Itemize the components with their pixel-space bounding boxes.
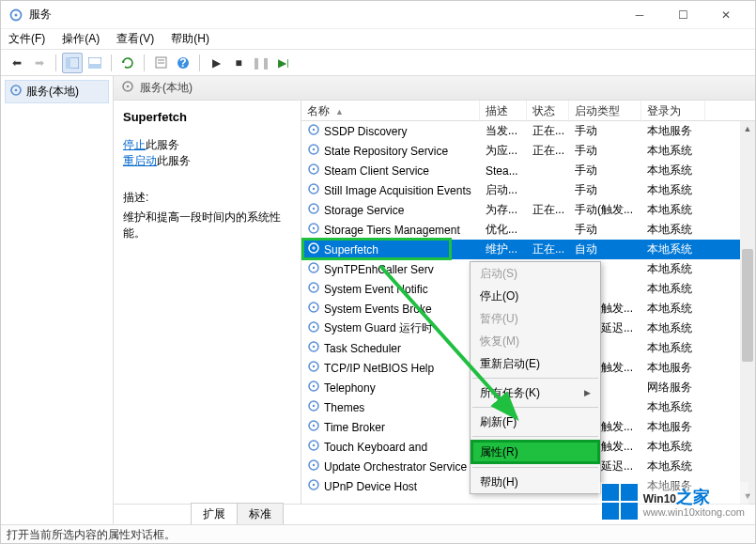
menu-help[interactable]: 帮助(H) bbox=[169, 29, 211, 49]
menu-action[interactable]: 操作(A) bbox=[60, 29, 101, 49]
cell-start: 手动 bbox=[569, 123, 641, 139]
export-button[interactable] bbox=[85, 53, 105, 73]
cell-name: System Event Notific bbox=[324, 283, 428, 296]
cell-name: Storage Tiers Management bbox=[324, 224, 460, 237]
svg-point-1 bbox=[15, 13, 18, 16]
column-login[interactable]: 登录为 bbox=[641, 101, 705, 122]
detail-pane: Superfetch 停止此服务 重启动此服务 描述: 维护和提高一段时间内的系… bbox=[114, 101, 301, 504]
cell-name: Time Broker bbox=[324, 421, 385, 434]
service-row[interactable]: Still Image Acquisition Events启动...手动本地系… bbox=[301, 180, 755, 200]
cell-name: UPnP Device Host bbox=[324, 480, 417, 493]
cell-start: 手动 bbox=[569, 222, 641, 238]
help-button[interactable]: ? bbox=[173, 53, 193, 73]
cell-desc: 为存... bbox=[480, 202, 527, 218]
tree-pane: 服务(本地) bbox=[1, 76, 114, 524]
cell-name: System Guard 运行时 bbox=[324, 320, 433, 336]
separator bbox=[55, 54, 56, 71]
cell-login: 本地服务 bbox=[641, 123, 705, 139]
cell-name: Telephony bbox=[324, 381, 376, 395]
context-item: 恢复(M) bbox=[471, 330, 600, 352]
gear-icon bbox=[307, 163, 320, 179]
maximize-button[interactable]: ☐ bbox=[669, 5, 697, 25]
svg-point-20 bbox=[313, 168, 315, 170]
properties-button[interactable] bbox=[150, 53, 171, 73]
cell-desc: 为应... bbox=[480, 143, 527, 159]
svg-point-36 bbox=[313, 326, 315, 328]
gear-icon bbox=[307, 419, 320, 435]
refresh-button[interactable] bbox=[117, 53, 138, 73]
cell-desc: Stea... bbox=[480, 164, 527, 178]
context-separator bbox=[472, 378, 598, 379]
svg-point-16 bbox=[313, 129, 315, 131]
minimize-button[interactable]: ─ bbox=[625, 5, 654, 25]
cell-name: Touch Keyboard and bbox=[324, 441, 427, 454]
svg-point-52 bbox=[313, 484, 315, 486]
cell-login: 本地系统 bbox=[641, 182, 705, 198]
context-item[interactable]: 帮助(H) bbox=[471, 471, 600, 493]
cell-login: 本地系统 bbox=[641, 399, 705, 415]
menu-view[interactable]: 查看(V) bbox=[115, 29, 156, 49]
separator bbox=[144, 54, 145, 71]
gear-icon bbox=[307, 478, 320, 494]
stop-service-button[interactable]: ■ bbox=[228, 53, 249, 73]
cell-start: 手动(触发... bbox=[569, 202, 641, 218]
sort-arrow-icon: ▲ bbox=[335, 107, 344, 117]
svg-point-50 bbox=[313, 464, 315, 466]
close-button[interactable]: ✕ bbox=[712, 5, 740, 25]
service-row[interactable]: Storage Tiers Management优化...手动本地系统 bbox=[301, 220, 755, 240]
scroll-up-icon[interactable]: ▲ bbox=[740, 121, 755, 136]
svg-point-38 bbox=[313, 346, 315, 348]
back-button[interactable]: ⬅ bbox=[7, 53, 27, 73]
cell-login: 本地服务 bbox=[641, 360, 705, 376]
cell-login: 本地系统 bbox=[641, 439, 705, 455]
main-header-title: 服务(本地) bbox=[140, 80, 193, 96]
service-row[interactable]: SSDP Discovery当发...正在...手动本地服务 bbox=[301, 121, 755, 141]
restart-link[interactable]: 重启动 bbox=[123, 154, 157, 167]
forward-button[interactable]: ➡ bbox=[29, 53, 50, 73]
gear-icon bbox=[307, 380, 320, 396]
stop-link-line: 停止此服务 bbox=[123, 137, 291, 153]
watermark-url: www.win10xitong.com bbox=[643, 506, 745, 518]
window-controls: ─ ☐ ✕ bbox=[625, 5, 740, 25]
separator bbox=[199, 54, 200, 71]
cell-login: 本地系统 bbox=[641, 241, 705, 257]
gear-icon bbox=[307, 222, 320, 238]
start-service-button[interactable]: ▶ bbox=[206, 53, 226, 73]
column-startup[interactable]: 启动类型 bbox=[569, 101, 641, 122]
context-item[interactable]: 所有任务(K) bbox=[471, 381, 600, 404]
column-name[interactable]: 名称▲ bbox=[301, 101, 480, 122]
cell-login: 本地服务 bbox=[641, 419, 705, 435]
column-description[interactable]: 描述 bbox=[480, 101, 527, 122]
scrollbar[interactable]: ▲ ▼ bbox=[740, 121, 755, 504]
service-row[interactable]: State Repository Service为应...正在...手动本地系统 bbox=[301, 141, 755, 161]
column-status[interactable]: 状态 bbox=[527, 101, 569, 122]
context-item[interactable]: 属性(R) bbox=[471, 440, 600, 464]
stop-link[interactable]: 停止 bbox=[123, 138, 146, 151]
menu-file[interactable]: 文件(F) bbox=[7, 29, 47, 49]
tree-item-services-local[interactable]: 服务(本地) bbox=[5, 80, 109, 103]
cell-login: 本地系统 bbox=[641, 261, 705, 277]
pause-service-button[interactable]: ❚❚ bbox=[251, 53, 271, 73]
context-item[interactable]: 重新启动(E) bbox=[471, 352, 600, 375]
service-row[interactable]: Storage Service为存...正在...手动(触发...本地系统 bbox=[301, 200, 755, 220]
windows-logo-icon bbox=[602, 484, 638, 520]
context-menu: 启动(S)停止(O)暂停(U)恢复(M)重新启动(E)所有任务(K)刷新(F)属… bbox=[470, 261, 601, 494]
show-hide-tree-button[interactable] bbox=[62, 53, 83, 73]
cell-name: System Events Broke bbox=[324, 303, 432, 316]
gear-icon bbox=[307, 301, 320, 317]
tab-extended[interactable]: 扩展 bbox=[191, 503, 238, 524]
context-item[interactable]: 刷新(F) bbox=[471, 411, 600, 433]
cell-status: 正在... bbox=[527, 241, 569, 257]
restart-service-button[interactable]: ▶| bbox=[273, 53, 294, 73]
services-icon bbox=[8, 8, 23, 23]
tree-item-label: 服务(本地) bbox=[26, 84, 79, 100]
svg-point-48 bbox=[313, 444, 315, 446]
service-row[interactable]: Superfetch维护...正在...自动本地系统 bbox=[301, 240, 755, 259]
service-row[interactable]: Steam Client ServiceStea...手动本地系统 bbox=[301, 161, 755, 180]
svg-point-18 bbox=[313, 148, 315, 150]
window-title: 服务 bbox=[29, 7, 625, 23]
scroll-thumb[interactable] bbox=[742, 249, 753, 362]
context-item[interactable]: 停止(O) bbox=[471, 285, 600, 307]
gear-icon bbox=[121, 80, 134, 96]
tab-standard[interactable]: 标准 bbox=[237, 503, 284, 524]
